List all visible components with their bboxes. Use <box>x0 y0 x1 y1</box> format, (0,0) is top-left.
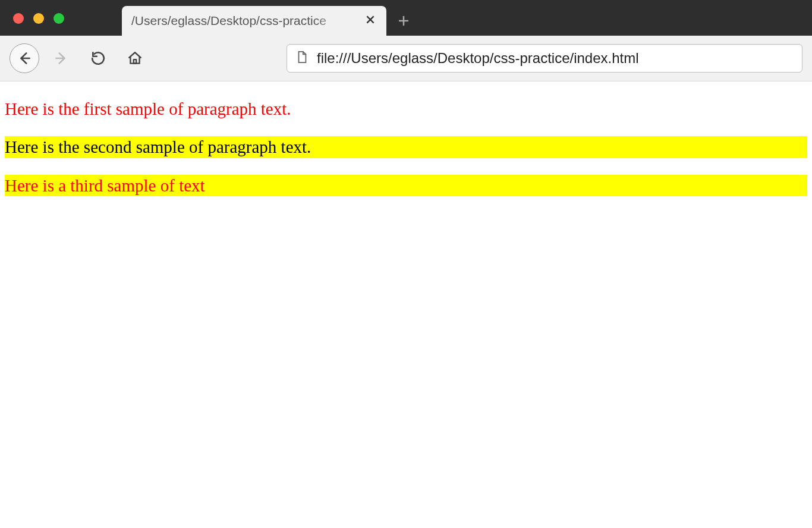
back-button[interactable] <box>10 43 39 73</box>
window-close-button[interactable] <box>13 13 24 24</box>
address-bar[interactable] <box>287 44 802 73</box>
home-button[interactable] <box>120 43 150 73</box>
paragraph-1: Here is the first sample of paragraph te… <box>5 98 807 120</box>
file-icon <box>295 51 309 66</box>
close-tab-button[interactable] <box>364 12 377 30</box>
browser-tab-bar: /Users/eglass/Desktop/css-practice <box>0 0 812 36</box>
reload-button[interactable] <box>83 43 113 73</box>
paragraph-2: Here is the second sample of paragraph t… <box>5 136 807 158</box>
window-minimize-button[interactable] <box>33 13 44 24</box>
window-controls <box>0 13 64 24</box>
svg-rect-6 <box>134 59 136 64</box>
forward-button[interactable] <box>46 43 76 73</box>
url-input[interactable] <box>317 50 794 67</box>
tab-title: /Users/eglass/Desktop/css-practice <box>131 14 358 28</box>
tab-strip: /Users/eglass/Desktop/css-practice <box>122 0 418 36</box>
browser-tab[interactable]: /Users/eglass/Desktop/css-practice <box>122 6 386 36</box>
new-tab-button[interactable] <box>389 6 418 36</box>
page-content: Here is the first sample of paragraph te… <box>0 98 812 196</box>
window-maximize-button[interactable] <box>53 13 64 24</box>
browser-toolbar <box>0 36 812 81</box>
paragraph-3: Here is a third sample of text <box>5 175 807 196</box>
